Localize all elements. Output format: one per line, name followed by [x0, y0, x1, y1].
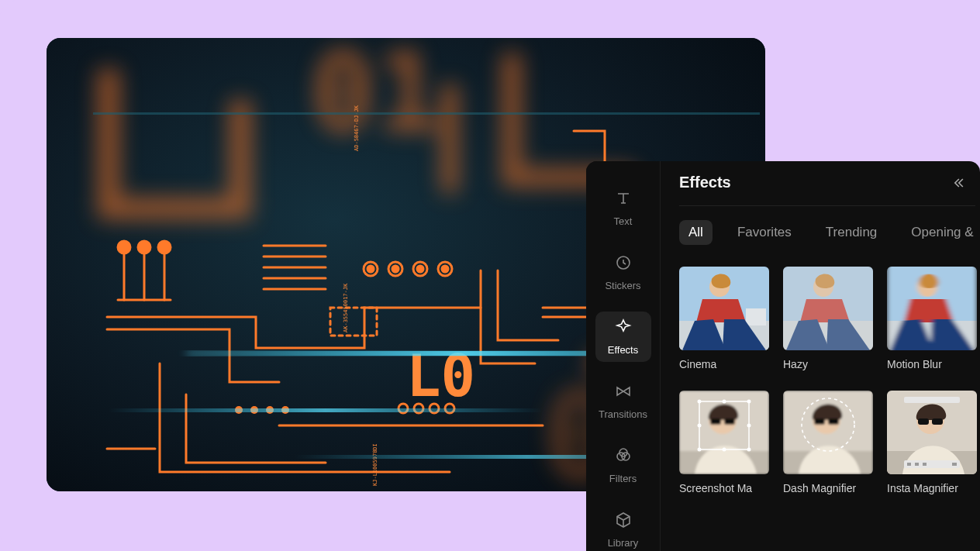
effect-thumbnail: [783, 267, 873, 350]
svg-point-54: [747, 400, 751, 404]
effect-label: Hazy: [783, 358, 873, 370]
effect-card-cinema[interactable]: Cinema: [679, 267, 769, 370]
svg-rect-74: [907, 463, 911, 466]
svg-point-59: [698, 424, 702, 428]
svg-text:KJ-L1005978DI: KJ-L1005978DI: [372, 443, 378, 486]
effect-label: Cinema: [679, 358, 769, 370]
sidebar-item-label: Text: [614, 215, 633, 227]
tab-trending[interactable]: Trending: [816, 220, 886, 245]
category-tabs: All Favorites Trending Opening &: [679, 220, 980, 245]
svg-rect-30: [93, 112, 760, 115]
svg-point-53: [698, 400, 702, 404]
svg-text:AD-58467-DJ-JK: AD-58467-DJ-JK: [354, 105, 360, 151]
svg-point-58: [723, 448, 726, 452]
clock-icon: [614, 253, 633, 275]
effect-label: Insta Magnifier: [887, 482, 977, 494]
sidebar-item-transitions[interactable]: Transitions: [595, 376, 651, 426]
svg-text:01: 01: [310, 38, 441, 157]
sidebar-item-stickers[interactable]: Stickers: [595, 247, 651, 298]
effect-thumbnail: [679, 391, 769, 474]
svg-point-60: [747, 424, 751, 428]
svg-rect-77: [952, 463, 957, 466]
sidebar-item-label: Filters: [609, 473, 637, 484]
svg-point-57: [723, 400, 726, 404]
effect-card-hazy[interactable]: Hazy: [783, 267, 873, 370]
sparkle-icon: [614, 318, 633, 339]
svg-point-9: [392, 266, 399, 272]
effect-label: Motion Blur: [887, 358, 977, 370]
sidebar-item-label: Effects: [608, 344, 639, 356]
svg-rect-70: [918, 418, 929, 425]
tab-favorites[interactable]: Favorites: [728, 220, 801, 245]
svg-text:AK-355450017-JK: AK-355450017-JK: [343, 283, 349, 332]
svg-rect-65: [828, 418, 839, 425]
effect-card-insta-magnifier[interactable]: Insta Magnifier: [887, 391, 977, 494]
svg-rect-73: [904, 460, 960, 468]
svg-rect-71: [932, 418, 943, 425]
svg-point-13: [442, 266, 448, 272]
effects-grid: Cinema: [679, 267, 980, 494]
cube-icon: [614, 511, 633, 532]
effect-thumbnail: [679, 267, 769, 350]
panel-main: Effects All Favorites Trending Opening &: [661, 161, 980, 551]
sidebar-item-label: Stickers: [605, 280, 640, 291]
svg-point-7: [368, 266, 374, 272]
tab-opening[interactable]: Opening &: [902, 220, 980, 245]
sidebar-item-library[interactable]: Library: [595, 505, 651, 551]
effect-card-motion-blur[interactable]: Motion Blur: [887, 267, 977, 370]
effects-panel: Text Stickers Effects Transitions: [586, 161, 980, 551]
text-icon: [614, 189, 633, 211]
svg-point-11: [417, 266, 423, 272]
overlap-icon: [614, 446, 633, 468]
divider: [679, 205, 975, 206]
panel-title: Effects: [679, 174, 731, 191]
effect-card-screenshot-magnifier[interactable]: Screenshot Ma: [679, 391, 769, 494]
svg-rect-76: [923, 463, 927, 466]
sidebar-item-filters[interactable]: Filters: [595, 440, 651, 491]
svg-rect-64: [814, 418, 825, 425]
effect-thumbnail: [887, 267, 977, 350]
tab-all[interactable]: All: [679, 220, 713, 245]
svg-rect-72: [904, 397, 960, 403]
svg-rect-50: [710, 418, 721, 425]
svg-rect-43: [783, 267, 873, 350]
svg-point-55: [698, 448, 702, 452]
panel-sidebar: Text Stickers Effects Transitions: [586, 161, 661, 551]
svg-rect-51: [724, 418, 735, 425]
sidebar-item-effects[interactable]: Effects: [595, 312, 651, 362]
effect-thumbnail: [783, 391, 873, 474]
bowtie-icon: [614, 382, 633, 404]
effect-thumbnail: [887, 391, 977, 474]
effect-label: Screenshot Ma: [679, 482, 769, 494]
svg-point-56: [747, 448, 751, 452]
svg-rect-28: [109, 408, 543, 412]
svg-rect-38: [746, 308, 766, 325]
svg-rect-75: [915, 463, 919, 466]
sidebar-item-label: Transitions: [599, 408, 647, 420]
svg-point-4: [138, 241, 150, 253]
effect-label: Dash Magnifier: [783, 482, 873, 494]
sidebar-item-label: Library: [608, 537, 639, 549]
sidebar-item-text[interactable]: Text: [595, 183, 651, 233]
collapse-panel-button[interactable]: [951, 175, 966, 191]
effect-card-dash-magnifier[interactable]: Dash Magnifier: [783, 391, 873, 494]
svg-point-5: [158, 241, 171, 253]
svg-point-3: [118, 241, 130, 253]
